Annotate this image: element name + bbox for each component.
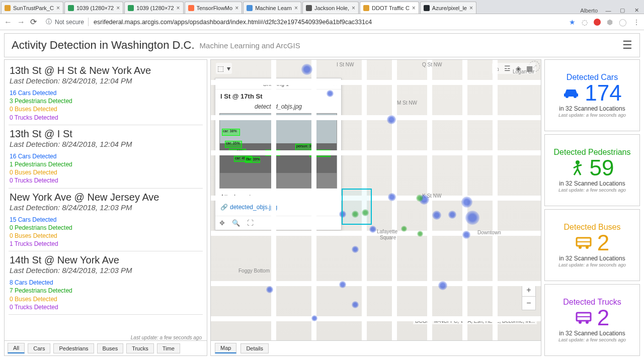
map-marker[interactable] — [432, 211, 441, 220]
detection-item[interactable]: 14th St @ New York AveLast Detection: 8/… — [9, 251, 203, 315]
map-marker[interactable] — [438, 281, 447, 290]
svg-point-0 — [566, 95, 569, 98]
menu-icon[interactable]: ☰ — [622, 39, 632, 52]
map-marker[interactable] — [266, 286, 273, 293]
browser-tab[interactable]: SunTrustPark_C× — [1, 2, 63, 14]
detection-location: New York Ave @ New Jersey Ave — [10, 192, 202, 203]
stat-card-bus: Detected Buses2in 32 Scanned LocationsLa… — [544, 209, 640, 281]
security-indicator[interactable]: ⓘ Not secure — [42, 18, 89, 26]
extension-icon[interactable]: ◌ — [582, 18, 588, 26]
filter-tab-all[interactable]: All — [8, 343, 25, 353]
map-street-label: I St NW — [337, 62, 354, 67]
map-marker[interactable] — [388, 193, 396, 201]
popup-zoom-icon[interactable]: 🔍 — [232, 219, 240, 227]
detection-stats: 16 Cars Detected1 Pedestrians Detected0 … — [10, 152, 202, 185]
tab-close-icon[interactable]: × — [352, 5, 355, 12]
tab-close-icon[interactable]: × — [56, 5, 60, 12]
browser-tab[interactable]: TensorFlowMo× — [185, 2, 243, 14]
map-tab-details[interactable]: Details — [240, 343, 269, 353]
map-marker[interactable] — [352, 246, 359, 253]
buses-count: 0 Buses Detected — [10, 295, 202, 303]
map-canvas[interactable]: ⤢ ⬚ ▾ ⌂ ☲ ◈ ▦ + − DCGIS, M-NCPPC, VITA, … — [211, 60, 541, 340]
map-legend-icon[interactable]: ☲ — [504, 64, 511, 72]
list-last-update: Last update: a few seconds ago — [131, 335, 202, 340]
map-marker[interactable] — [401, 226, 407, 232]
tab-close-icon[interactable]: × — [469, 5, 473, 12]
filter-tab-time[interactable]: Time — [157, 343, 180, 353]
tab-close-icon[interactable]: × — [235, 5, 238, 12]
map-marker[interactable] — [417, 231, 423, 237]
map-street-label: Q St NW — [422, 62, 442, 67]
tab-close-icon[interactable]: × — [412, 5, 416, 12]
url-input[interactable] — [94, 19, 564, 26]
map-dropdown-icon[interactable]: ▾ — [227, 64, 230, 72]
tab-title: TensorFlowMo — [197, 5, 233, 11]
stat-card-trk: Detected Trucks2in 32 Scanned LocationsL… — [544, 284, 640, 356]
browser-tab-bar: SunTrustPark_C×1039 (1280×72×1039 (1280×… — [0, 0, 644, 14]
page-title: Activity Detection in Washington D.C. — [12, 39, 195, 52]
detection-stats: 15 Cars Detected0 Pedestrians Detected0 … — [10, 216, 202, 248]
filter-tab-pedestrians[interactable]: Pedestrians — [53, 343, 94, 353]
popup-pan-icon[interactable]: ✥ — [219, 219, 225, 227]
map-select-icon[interactable]: ⬚ — [217, 64, 224, 72]
window-minimize[interactable]: — — [605, 8, 612, 14]
popup-footer: ✥ 🔍 ⛶ — [215, 216, 341, 230]
filter-tab-trucks[interactable]: Trucks — [126, 343, 154, 353]
extension-grey-icon[interactable]: ⬢ — [607, 18, 613, 26]
profile-icon[interactable]: ◯ — [619, 18, 627, 26]
browser-tab[interactable]: 1039 (1280×72× — [124, 2, 183, 14]
cars-count: 16 Cars Detected — [10, 152, 202, 160]
link-icon: 🔗 — [220, 204, 228, 211]
map-marker[interactable] — [462, 231, 470, 239]
favicon-icon — [424, 5, 430, 11]
map-street-label: Downtown — [477, 230, 501, 235]
browser-menu-icon[interactable]: ⋮ — [633, 18, 640, 26]
window-close[interactable]: ✕ — [633, 7, 640, 14]
map-marker[interactable] — [448, 211, 456, 219]
detection-item[interactable]: 13th St @ I StLast Detection: 8/24/2018,… — [9, 125, 203, 189]
svg-point-4 — [579, 246, 582, 249]
nav-reload-icon[interactable]: ⟳ — [30, 17, 37, 27]
map-panel: ⤢ ⬚ ▾ ⌂ ☲ ◈ ▦ + − DCGIS, M-NCPPC, VITA, … — [210, 59, 541, 356]
window-controls: Alberto — ▢ ✕ — [576, 7, 644, 14]
popup-image-name: detected_objs.jpg — [215, 103, 341, 113]
map-marker[interactable] — [311, 315, 317, 321]
browser-tab[interactable]: Azure/pixel_le× — [420, 2, 476, 14]
bookmark-star-icon[interactable]: ★ — [569, 18, 576, 26]
map-marker[interactable] — [352, 301, 359, 308]
zoom-out-button[interactable]: − — [522, 297, 535, 310]
detection-location: 14th St @ New York Ave — [10, 254, 202, 266]
tab-close-icon[interactable]: × — [116, 5, 120, 12]
detections-list[interactable]: 13th St @ H St & New York AveLast Detect… — [5, 60, 207, 340]
filter-tab-buses[interactable]: Buses — [97, 343, 124, 353]
map-marker[interactable] — [465, 211, 479, 225]
tab-close-icon[interactable]: × — [294, 5, 298, 12]
detection-item[interactable]: 13th St @ H St & New York AveLast Detect… — [9, 62, 203, 125]
map-marker[interactable] — [339, 281, 346, 288]
filter-tab-cars[interactable]: Cars — [28, 343, 50, 353]
extension-red-icon[interactable] — [594, 19, 601, 26]
nav-forward-icon[interactable]: → — [17, 18, 25, 27]
detection-item[interactable]: New York Ave @ New Jersey AveLast Detect… — [9, 189, 203, 252]
trucks-count: 0 Trucks Detected — [10, 303, 202, 311]
browser-tab[interactable]: 1039 (1280×72× — [64, 2, 123, 14]
map-marker[interactable] — [327, 90, 334, 97]
tab-close-icon[interactable]: × — [177, 5, 180, 12]
browser-user-label: Alberto — [580, 8, 598, 14]
map-marker[interactable] — [461, 197, 472, 208]
browser-tab[interactable]: Machine Learn× — [243, 2, 301, 14]
window-maximize[interactable]: ▢ — [619, 7, 626, 14]
browser-tab[interactable]: Jackson Hole,× — [302, 2, 359, 14]
map-marker[interactable] — [387, 115, 396, 124]
detection-time: Last Detection: 8/24/2018, 12:03 PM — [10, 266, 202, 275]
nav-back-icon[interactable]: ← — [4, 18, 12, 27]
attachment-link[interactable]: 🔗 detected_objs.jpg — [215, 203, 341, 216]
svg-point-2 — [576, 160, 580, 164]
map-marker[interactable] — [369, 226, 376, 233]
map-marker[interactable] — [416, 195, 423, 202]
browser-tab[interactable]: DDOT Traffic C× — [360, 2, 419, 14]
map-marker[interactable] — [301, 64, 312, 75]
popup-fullscreen-icon[interactable]: ⛶ — [247, 219, 254, 227]
map-tab-map[interactable]: Map — [215, 343, 236, 353]
stat-last-update: Last update: a few seconds ago — [558, 262, 626, 267]
